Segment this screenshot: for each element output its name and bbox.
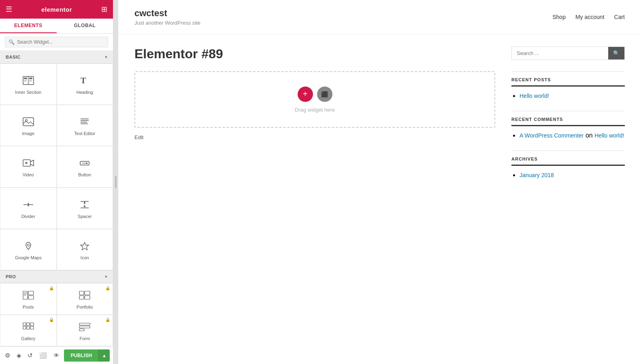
widget-image-label: Image [22, 131, 34, 136]
widget-text-editor-label: Text Editor [74, 131, 95, 136]
basic-chevron-icon[interactable]: ▾ [105, 54, 107, 60]
widget-icon[interactable]: Icon [57, 229, 113, 270]
widget-gallery-label: Gallery [21, 336, 35, 341]
svg-rect-6 [29, 80, 32, 80]
panel-collapse-handle[interactable] [113, 0, 118, 364]
lock-icon: 🔒 [49, 286, 54, 290]
search-input[interactable] [17, 39, 104, 45]
widget-spacer-label: Spacer [78, 214, 92, 219]
svg-rect-35 [28, 296, 34, 299]
pro-chevron-icon[interactable]: ▾ [105, 274, 107, 279]
widget-posts-label: Posts [23, 305, 34, 309]
comment-conjunction: on [586, 132, 594, 139]
widget-divider[interactable]: Divider [0, 188, 57, 229]
recent-posts-list: Hello world! [511, 92, 625, 99]
drop-zone-text: Drag widget here [295, 107, 335, 113]
basic-section-header: BASIC ▾ [0, 51, 113, 63]
recent-post-link-0[interactable]: Hello world! [520, 93, 549, 99]
page-main: Elementor #89 + ⬛ Drag widget here Edit [134, 47, 511, 190]
site-title: cwctest [134, 8, 200, 19]
widget-gallery[interactable]: 🔒 Gallery [0, 315, 57, 346]
nav-cart[interactable]: Cart [614, 14, 625, 20]
svg-rect-5 [29, 78, 32, 79]
google-maps-icon [23, 241, 34, 252]
tab-elements[interactable]: ELEMENTS [0, 19, 57, 33]
pro-widgets-grid: 🔒 Posts 🔒 [0, 283, 113, 346]
button-icon [79, 159, 90, 169]
menu-icon[interactable]: ☰ [6, 5, 12, 14]
svg-marker-26 [83, 202, 86, 203]
publish-arrow-button[interactable]: ▲ [98, 349, 110, 362]
svg-marker-27 [83, 206, 86, 207]
recent-comments-title: RECENT COMMENTS [511, 117, 625, 126]
svg-rect-39 [85, 296, 90, 299]
widget-button[interactable]: Button [57, 146, 113, 187]
video-icon [23, 159, 34, 169]
spacer-icon [79, 200, 90, 211]
history-icon[interactable]: ↺ [26, 350, 34, 361]
svg-marker-16 [26, 162, 28, 164]
search-icon: 🔍 [9, 39, 15, 45]
widget-inner-section[interactable]: Inner Section [0, 63, 57, 105]
responsive-icon[interactable]: ⬜ [38, 350, 49, 361]
basic-label: BASIC [6, 55, 21, 59]
drop-zone: + ⬛ Drag widget here [134, 71, 495, 128]
image-icon [23, 117, 34, 128]
widget-form[interactable]: 🔒 Form [57, 315, 113, 346]
grid-icon[interactable]: ⊞ [101, 5, 107, 14]
icon-widget-icon [79, 241, 90, 252]
settings-icon[interactable]: ⚙ [3, 350, 12, 361]
svg-point-28 [27, 244, 29, 246]
widget-heading[interactable]: T Heading [57, 63, 113, 105]
list-item: Hello world! [520, 92, 625, 99]
widget-video-label: Video [23, 172, 34, 177]
heading-icon: T [79, 76, 90, 87]
svg-rect-36 [79, 291, 84, 295]
svg-rect-43 [23, 326, 26, 329]
recent-posts-section: RECENT POSTS Hello world! [511, 77, 625, 99]
svg-marker-22 [28, 205, 29, 207]
collapse-handle-bar [115, 176, 117, 188]
svg-rect-45 [30, 326, 34, 329]
svg-rect-46 [79, 323, 90, 325]
svg-rect-40 [23, 323, 26, 326]
drag-handle-button[interactable]: ⬛ [317, 87, 332, 102]
style-icon[interactable]: ◈ [15, 350, 23, 361]
publish-group: PUBLISH ▲ [64, 349, 110, 362]
archive-link-0[interactable]: January 2018 [520, 172, 554, 178]
comment-author-link[interactable]: A WordPress Commenter [520, 132, 584, 139]
text-editor-icon [79, 117, 90, 128]
inner-section-icon [23, 76, 34, 87]
nav-shop[interactable]: Shop [552, 14, 566, 20]
tab-global[interactable]: GLOBAL [57, 19, 113, 33]
widget-video[interactable]: Video [0, 146, 57, 187]
publish-button[interactable]: PUBLISH [64, 349, 98, 362]
widget-form-label: Form [79, 336, 90, 341]
svg-rect-41 [27, 323, 30, 326]
widget-google-maps[interactable]: Google Maps [0, 229, 57, 270]
add-widget-button[interactable]: + [298, 87, 313, 102]
left-panel: ☰ elementor ⊞ ELEMENTS GLOBAL 🔍 BASIC ▾ [0, 0, 113, 364]
sidebar-search-button[interactable]: 🔍 [608, 47, 624, 59]
widget-heading-label: Heading [77, 90, 93, 95]
widget-spacer[interactable]: Spacer [57, 188, 113, 229]
widget-text-editor[interactable]: Text Editor [57, 105, 113, 146]
edit-label[interactable]: Edit [134, 134, 495, 140]
svg-marker-19 [86, 162, 88, 164]
comment-post-link[interactable]: Hello world! [594, 132, 624, 139]
widget-google-maps-label: Google Maps [15, 255, 41, 260]
nav-my-account[interactable]: My account [575, 14, 605, 20]
main-content: cwctest Just another WordPress site Shop… [118, 0, 641, 364]
widget-icon-label: Icon [81, 255, 89, 260]
sidebar-search-input[interactable] [512, 47, 608, 59]
hide-icon[interactable]: 👁 [52, 350, 61, 360]
sidebar-divider-top [511, 71, 625, 72]
recent-comments-section: RECENT COMMENTS A WordPress Commenter on… [511, 117, 625, 139]
gallery-icon [23, 322, 34, 333]
widget-image[interactable]: Image [0, 105, 57, 146]
widget-posts[interactable]: 🔒 Posts [0, 283, 57, 315]
widget-portfolio[interactable]: 🔒 Portfolio [57, 283, 113, 315]
svg-rect-47 [79, 326, 90, 328]
page-area: Elementor #89 + ⬛ Drag widget here Edit … [118, 34, 641, 202]
posts-icon [23, 291, 34, 301]
